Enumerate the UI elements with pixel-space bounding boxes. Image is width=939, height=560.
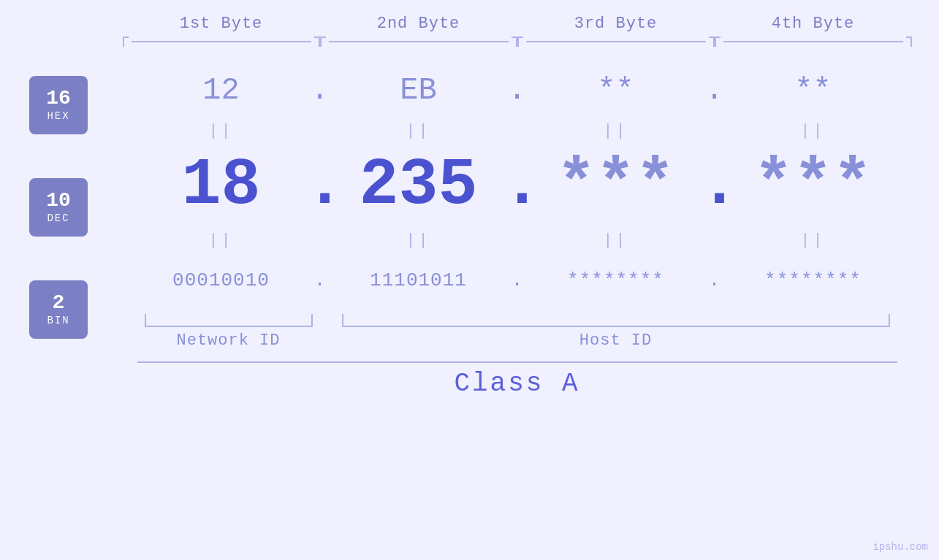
dec-b1: 18 xyxy=(137,148,305,223)
bracket-line-b2 xyxy=(329,41,509,42)
hex-label: HEX xyxy=(47,110,69,122)
dec-dot3: . xyxy=(700,148,729,223)
eq1-b4: || xyxy=(729,122,897,140)
bin-row: 00010010 . 11101011 . ******** . xyxy=(95,251,939,310)
dec-row: 18 . 235 . *** . *** xyxy=(95,142,939,229)
bracket-left-b2 xyxy=(320,37,326,47)
byte4-header: 4th Byte xyxy=(715,15,912,33)
hex-dot3: . xyxy=(700,73,729,108)
bracket-right-b2 xyxy=(512,37,517,47)
eq2-b2: || xyxy=(335,231,503,250)
bracket-right-b3 xyxy=(709,37,715,47)
bin-dot1: . xyxy=(305,269,335,291)
bin-label: BIN xyxy=(47,315,69,326)
top-brackets xyxy=(47,37,939,47)
equals-row-2: || || || || xyxy=(95,229,939,251)
eq1-b1: || xyxy=(137,122,305,140)
bin-b3: ******** xyxy=(532,269,700,291)
byte1-header: 1st Byte xyxy=(123,15,320,33)
eq2-b1: || xyxy=(137,231,305,250)
bin-b4: ******** xyxy=(729,269,897,291)
hex-b3: ** xyxy=(532,73,700,108)
hex-b1: 12 xyxy=(137,73,305,108)
bracket-line-b3 xyxy=(526,41,706,42)
dec-badge: 10 DEC xyxy=(29,178,88,237)
dec-b2: 235 xyxy=(335,148,503,223)
hex-dot2: . xyxy=(503,73,532,108)
bracket-b1 xyxy=(123,37,320,47)
eq1-b2: || xyxy=(335,122,503,140)
hex-number: 16 xyxy=(46,88,71,109)
hex-b2: EB xyxy=(335,73,503,108)
bracket-left-b3 xyxy=(517,37,523,47)
equals-row-1: || || || || xyxy=(95,120,939,142)
eq2-b4: || xyxy=(729,231,897,250)
bracket-b3 xyxy=(517,37,715,47)
eq2-b3: || xyxy=(532,231,700,250)
class-section: Class A xyxy=(95,361,939,399)
dec-b3: *** xyxy=(532,148,700,223)
hex-dot1: . xyxy=(305,73,335,108)
bin-b1: 00010010 xyxy=(137,269,305,291)
byte3-header: 3rd Byte xyxy=(517,15,715,33)
dec-dot1: . xyxy=(305,148,335,223)
host-id-bracket xyxy=(342,314,890,327)
dec-label: DEC xyxy=(47,212,69,224)
hex-b4: ** xyxy=(729,73,897,108)
bracket-right-b1 xyxy=(314,37,320,47)
side-labels: 16 HEX 10 DEC 2 BIN xyxy=(29,54,88,361)
watermark: ipshu.com xyxy=(873,541,928,553)
byte2-header: 2nd Byte xyxy=(320,15,517,33)
bracket-left-b1 xyxy=(123,37,129,47)
bracket-left-b4 xyxy=(715,37,721,47)
bin-number: 2 xyxy=(53,293,65,313)
bin-b2: 11101011 xyxy=(335,269,503,291)
bracket-b2 xyxy=(320,37,517,47)
bin-badge: 2 BIN xyxy=(29,280,88,339)
bin-dot3: . xyxy=(700,269,729,291)
bracket-line-b1 xyxy=(132,41,311,42)
main-container: 1st Byte 2nd Byte 3rd Byte 4th Byte xyxy=(0,0,939,560)
dec-number: 10 xyxy=(46,191,71,211)
dec-b4: *** xyxy=(729,148,897,223)
network-id-bracket xyxy=(145,314,313,327)
hex-row: 12 . EB . ** . ** xyxy=(95,61,939,120)
dec-dot2: . xyxy=(503,148,532,223)
eq1-b3: || xyxy=(532,122,700,140)
bracket-b4 xyxy=(715,37,912,47)
bracket-right-b4 xyxy=(906,37,912,47)
bracket-line-b4 xyxy=(723,41,903,42)
host-id-label: Host ID xyxy=(342,331,890,350)
bin-dot2: . xyxy=(503,269,532,291)
hex-badge: 16 HEX xyxy=(29,76,88,134)
class-label: Class A xyxy=(454,369,579,399)
network-id-label: Network ID xyxy=(145,331,313,350)
class-bracket-line xyxy=(137,361,897,363)
byte-headers: 1st Byte 2nd Byte 3rd Byte 4th Byte xyxy=(47,0,939,33)
